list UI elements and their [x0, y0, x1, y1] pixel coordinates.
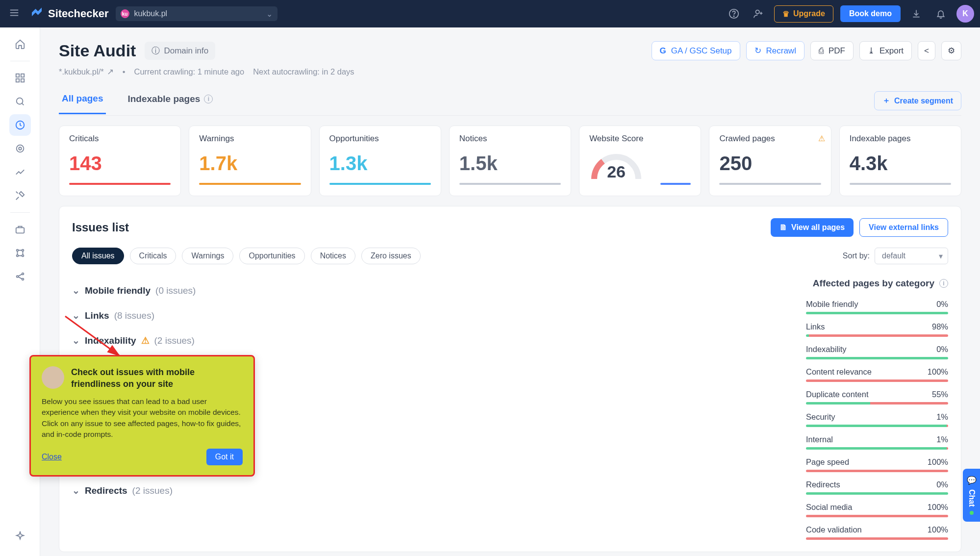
- filter-chip[interactable]: All issues: [72, 248, 124, 264]
- brand-logo[interactable]: Sitechecker: [29, 6, 109, 21]
- sidebar-integrations-icon[interactable]: [9, 242, 31, 264]
- create-segment-button[interactable]: ＋Create segment: [874, 91, 961, 110]
- affected-category-item[interactable]: Links98%: [806, 322, 948, 337]
- cat-name: Mobile friendly: [806, 300, 858, 309]
- svg-point-16: [16, 145, 24, 152]
- tooltip-close-link[interactable]: Close: [42, 453, 62, 461]
- affected-category-item[interactable]: Security1%: [806, 412, 948, 427]
- filter-chip[interactable]: Zero issues: [361, 248, 421, 264]
- chat-bubble-icon: 💬: [967, 476, 976, 485]
- cat-pct: 1%: [936, 435, 948, 444]
- chevron-down-icon: ⌄: [72, 285, 80, 296]
- affected-category-item[interactable]: Page speed100%: [806, 457, 948, 472]
- pdf-button[interactable]: ⎙PDF: [810, 41, 854, 60]
- recrawl-button[interactable]: ↻Recrawl: [746, 41, 804, 60]
- card-crawled-pages[interactable]: ⚠ Crawled pages 250: [709, 126, 831, 196]
- issue-category-row[interactable]: ⌄Mobile friendly(0 issues): [72, 278, 786, 303]
- settings-button[interactable]: ⚙: [941, 41, 961, 60]
- affected-category-item[interactable]: Duplicate content55%: [806, 390, 948, 404]
- gauge-value: 26: [589, 162, 643, 181]
- card-label: Website Score: [589, 134, 691, 144]
- sidebar-home-icon[interactable]: [9, 33, 31, 55]
- sidebar-briefcase-icon[interactable]: [9, 219, 31, 240]
- cat-bar: [806, 379, 948, 382]
- upgrade-button[interactable]: ♛ Upgrade: [774, 5, 833, 23]
- cat-bar: [806, 402, 948, 404]
- svg-point-22: [16, 276, 18, 278]
- cat-bar: [806, 492, 948, 495]
- affected-category-item[interactable]: Mobile friendly0%: [806, 300, 948, 314]
- export-button[interactable]: ⤓Export: [859, 41, 912, 60]
- view-external-links-button[interactable]: View external links: [859, 218, 948, 237]
- page-title: Site Audit: [59, 41, 136, 60]
- card-value: 143: [69, 152, 171, 175]
- cat-bar: [806, 425, 948, 427]
- card-opportunities[interactable]: Opportunities 1.3k: [319, 126, 441, 196]
- svg-point-4: [733, 16, 734, 16]
- issue-category-row[interactable]: ⌄Indexability⚠(2 issues): [72, 328, 786, 353]
- card-indexable-pages[interactable]: Indexable pages 4.3k: [839, 126, 961, 196]
- view-all-pages-button[interactable]: 🗎View all pages: [771, 218, 854, 237]
- issue-category-row[interactable]: ⌄Redirects(2 issues): [72, 478, 786, 503]
- filter-chip[interactable]: Criticals: [130, 248, 176, 264]
- share-button[interactable]: <: [918, 41, 935, 60]
- issue-category-row[interactable]: ⌄Links(8 issues): [72, 303, 786, 328]
- sidebar-tools-icon[interactable]: [9, 185, 31, 206]
- domain-selector[interactable]: ku kukbuk.pl ⌄: [116, 6, 277, 21]
- filter-chip[interactable]: Opportunities: [239, 248, 304, 264]
- filter-chip[interactable]: Notices: [311, 248, 355, 264]
- affected-category-item[interactable]: Content relevance100%: [806, 367, 948, 382]
- filter-chip[interactable]: Warnings: [182, 248, 233, 264]
- meta-row: *.kukbuk.pl/*↗ • Current crawling: 1 min…: [59, 67, 961, 76]
- audit-url[interactable]: *.kukbuk.pl/*↗: [59, 67, 114, 76]
- pdf-label: PDF: [829, 46, 845, 56]
- ga-setup-button[interactable]: GGA / GSC Setup: [652, 41, 740, 60]
- info-icon[interactable]: i: [939, 279, 948, 288]
- affected-category-item[interactable]: Code validation100%: [806, 525, 948, 540]
- sidebar-share-icon[interactable]: [9, 266, 31, 287]
- card-website-score[interactable]: Website Score 26: [579, 126, 701, 196]
- cat-bar: [806, 447, 948, 450]
- card-value: 250: [719, 152, 821, 175]
- download-icon[interactable]: [907, 5, 925, 23]
- sort-select[interactable]: default: [875, 248, 948, 264]
- domain-favicon-icon: ku: [121, 9, 129, 18]
- card-label: Criticals: [69, 134, 171, 144]
- cat-pct: 98%: [932, 322, 948, 331]
- tab-all-pages[interactable]: All pages: [59, 93, 106, 114]
- sidebar-dashboard-icon[interactable]: [9, 67, 31, 89]
- category-count: (2 issues): [132, 485, 173, 496]
- tab-all-label: All pages: [62, 93, 103, 104]
- card-sparkline: [69, 183, 171, 185]
- cat-pct: 55%: [932, 390, 948, 399]
- tooltip-got-it-button[interactable]: Got it: [206, 449, 243, 465]
- help-icon[interactable]: [725, 5, 743, 23]
- card-label: Warnings: [199, 134, 301, 144]
- chat-tab[interactable]: 💬 Chat: [963, 469, 980, 522]
- card-notices[interactable]: Notices 1.5k: [449, 126, 571, 196]
- menu-icon[interactable]: [6, 4, 23, 23]
- sidebar-search-icon[interactable]: [9, 91, 31, 112]
- svg-point-18: [16, 250, 18, 252]
- category-name: Redirects: [85, 485, 127, 496]
- cat-bar: [806, 515, 948, 517]
- affected-category-item[interactable]: Internal1%: [806, 435, 948, 450]
- sidebar-monitor-icon[interactable]: [9, 138, 31, 159]
- user-avatar[interactable]: K: [956, 5, 974, 23]
- card-warnings[interactable]: Warnings 1.7k: [189, 126, 311, 196]
- affected-category-item[interactable]: Redirects0%: [806, 480, 948, 495]
- add-user-icon[interactable]: [750, 5, 767, 23]
- bell-icon[interactable]: [932, 5, 950, 23]
- book-demo-button[interactable]: Book demo: [840, 5, 901, 22]
- sidebar-assistant-icon[interactable]: [9, 526, 31, 547]
- sidebar-trends-icon[interactable]: [9, 161, 31, 183]
- affected-category-item[interactable]: Social media100%: [806, 503, 948, 517]
- pdf-icon: ⎙: [819, 46, 824, 56]
- tab-indexable-pages[interactable]: Indexable pagesi: [125, 94, 216, 113]
- sidebar-audit-icon[interactable]: [9, 114, 31, 136]
- domain-info-button[interactable]: ⓘ Domain info: [145, 42, 215, 60]
- affected-category-item[interactable]: Indexability0%: [806, 345, 948, 359]
- card-criticals[interactable]: Criticals 143: [59, 126, 181, 196]
- card-label: Notices: [459, 134, 561, 144]
- warning-icon: ⚠: [141, 335, 150, 346]
